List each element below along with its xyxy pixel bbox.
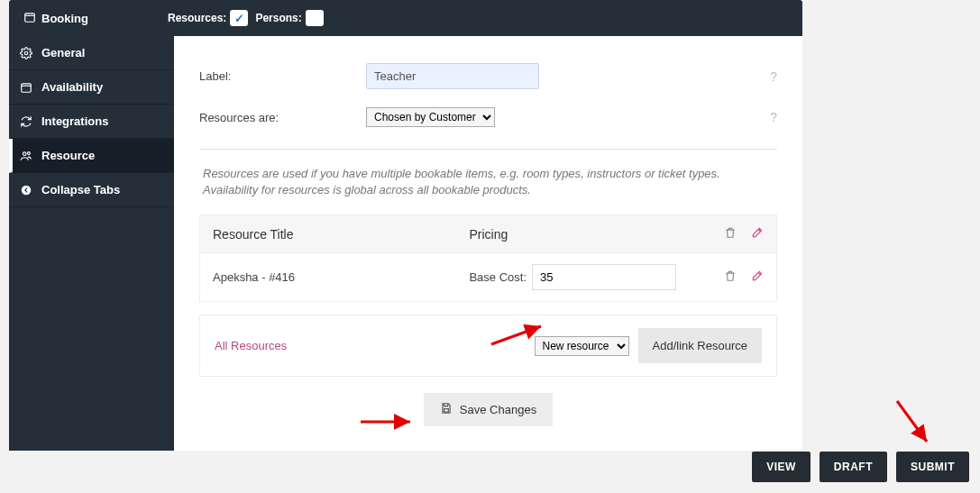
sidebar-item-label: Collapse Tabs: [41, 183, 120, 196]
svg-point-1: [24, 51, 28, 55]
toggle-resources[interactable]: Resources: ✓: [168, 10, 248, 26]
toggle-resources-label: Resources:: [168, 12, 226, 24]
sidebar-item-general[interactable]: General: [9, 36, 174, 70]
base-cost-label: Base Cost:: [469, 270, 527, 284]
label-input[interactable]: [366, 63, 539, 89]
sidebar-item-resource[interactable]: Resource: [9, 139, 174, 173]
svg-point-4: [27, 151, 30, 154]
checkbox-resources[interactable]: ✓: [230, 10, 248, 26]
table-header: Resource Title Pricing: [200, 215, 776, 252]
help-icon[interactable]: ?: [750, 69, 777, 84]
svg-line-9: [897, 401, 927, 442]
trash-icon[interactable]: [724, 226, 737, 242]
sidebar-item-label: Availability: [41, 80, 103, 94]
add-link-resource-button[interactable]: Add/link Resource: [638, 328, 763, 363]
submit-button[interactable]: SUBMIT: [896, 452, 969, 482]
resources-hint: Resources are used if you have multiple …: [199, 149, 777, 215]
link-resource-panel: All Resources New resource Add/link Reso…: [199, 315, 777, 377]
toggle-persons[interactable]: Persons: ✓: [255, 10, 323, 26]
topbar: Booking Resources: ✓ Persons: ✓: [9, 0, 802, 36]
main-panel: Label: ? Resources are: Chosen by Custom…: [174, 36, 802, 451]
collapse-icon: [20, 184, 32, 196]
svg-rect-6: [444, 409, 449, 413]
base-cost-input[interactable]: [532, 264, 676, 290]
annotation-arrow: [893, 397, 938, 451]
edit-icon[interactable]: [751, 269, 764, 285]
sidebar-item-label: Integrations: [41, 114, 108, 128]
save-label: Save Changes: [460, 403, 536, 416]
save-changes-button[interactable]: Save Changes: [424, 393, 553, 426]
checkbox-persons[interactable]: ✓: [306, 10, 324, 26]
tab-booking-label: Booking: [41, 12, 88, 25]
svg-rect-0: [25, 13, 35, 21]
footer-buttons: VIEW DRAFT SUBMIT: [752, 452, 969, 482]
sidebar-item-collapse[interactable]: Collapse Tabs: [9, 173, 174, 207]
draft-button[interactable]: DRAFT: [820, 452, 887, 482]
sidebar-item-integrations[interactable]: Integrations: [9, 105, 174, 139]
svg-point-3: [23, 151, 27, 155]
sync-icon: [20, 115, 32, 128]
table-row: Apeksha - #416 Base Cost:: [200, 252, 776, 301]
resources-are-label: Resources are:: [199, 111, 366, 124]
edit-icon[interactable]: [751, 226, 764, 242]
gear-icon: [20, 47, 32, 59]
sidebar-item-label: Resource: [41, 149, 95, 162]
help-icon[interactable]: ?: [750, 110, 777, 124]
resources-are-select[interactable]: Chosen by Customer: [366, 107, 495, 127]
resource-title: Apeksha - #416: [213, 270, 469, 284]
sidebar-item-label: General: [41, 46, 85, 59]
svg-point-5: [22, 185, 32, 195]
col-price: Pricing: [469, 227, 702, 242]
calendar-icon: [23, 11, 36, 26]
col-title: Resource Title: [213, 227, 469, 242]
new-resource-select[interactable]: New resource: [535, 336, 629, 356]
view-button[interactable]: VIEW: [752, 452, 811, 482]
label-text: Label:: [199, 69, 366, 83]
save-icon: [440, 402, 453, 417]
field-label: Label: ?: [199, 54, 777, 98]
people-icon: [20, 150, 32, 162]
all-resources-link[interactable]: All Resources: [215, 339, 526, 352]
toggle-persons-label: Persons:: [255, 12, 301, 24]
svg-rect-2: [22, 83, 32, 91]
resource-table: Resource Title Pricing Apeksha - #416: [199, 215, 777, 302]
tab-booking[interactable]: Booking: [16, 11, 96, 26]
sidebar-item-availability[interactable]: Availability: [9, 70, 174, 105]
sidebar: General Availability Integrations Resour…: [9, 36, 174, 451]
trash-icon[interactable]: [724, 269, 737, 285]
calendar-icon: [20, 81, 32, 94]
field-resources-are: Resources are: Chosen by Customer ?: [199, 98, 777, 136]
